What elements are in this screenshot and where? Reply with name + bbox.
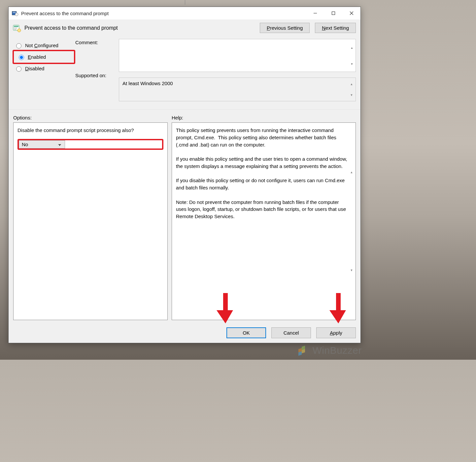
title-bar: Prevent access to the command prompt <box>9 7 360 19</box>
svg-rect-8 <box>14 26 18 27</box>
svg-point-2 <box>15 13 18 16</box>
highlight-enabled: Enabled <box>13 50 75 64</box>
close-button[interactable] <box>342 7 360 19</box>
svg-rect-10 <box>14 29 17 30</box>
previous-setting-button[interactable]: Previous Setting <box>260 23 310 33</box>
comment-input[interactable] <box>119 39 356 72</box>
winbuzzer-logo-icon <box>296 344 310 357</box>
header-section: Prevent access to the command prompt Pre… <box>9 19 360 110</box>
minimize-button[interactable] <box>306 7 324 19</box>
svg-rect-4 <box>332 12 335 15</box>
highlight-dropdown: No <box>17 139 163 150</box>
annotation-arrow-icon <box>217 292 234 325</box>
policy-icon <box>13 24 21 32</box>
help-scrollbar[interactable]: ▲▼ <box>348 123 355 319</box>
annotation-arrow-icon <box>329 292 347 325</box>
policy-editor-window: Prevent access to the command prompt Pre… <box>8 7 361 343</box>
ok-button[interactable]: OK <box>226 327 266 338</box>
window-title: Prevent access to the command prompt <box>21 11 306 16</box>
supported-on-text: At least Windows 2000 <box>122 81 173 86</box>
supported-on-label: Supported on: <box>75 72 116 79</box>
supported-scrollbar[interactable]: ▲▼ <box>348 79 355 100</box>
help-text: This policy setting prevents users from … <box>176 127 348 220</box>
apply-button[interactable]: Apply <box>316 327 356 338</box>
watermark: WinBuzzer <box>296 344 362 357</box>
radio-not-configured[interactable]: Not Configured <box>13 41 75 50</box>
watermark-text: WinBuzzer <box>312 345 362 356</box>
svg-rect-9 <box>14 28 17 28</box>
maximize-button[interactable] <box>324 7 342 19</box>
comment-label: Comment: <box>75 39 116 72</box>
comment-scrollbar[interactable]: ▲▼ <box>349 40 355 72</box>
supported-on-box: At least Windows 2000 ▲▼ <box>119 78 356 101</box>
policy-title: Prevent access to the command prompt <box>24 25 260 31</box>
option-question: Disable the command prompt script proces… <box>17 127 163 134</box>
state-radio-group: Not Configured Enabled Disabled <box>13 39 75 101</box>
radio-enabled[interactable]: Enabled <box>15 52 71 61</box>
help-panel: This policy setting prevents users from … <box>172 122 356 320</box>
svg-point-11 <box>17 29 21 32</box>
next-setting-button[interactable]: Next Setting <box>315 23 356 33</box>
help-section-label: Help: <box>172 115 183 120</box>
cancel-button[interactable]: Cancel <box>271 327 311 338</box>
svg-rect-1 <box>13 12 16 13</box>
options-section-label: Options: <box>13 115 172 120</box>
dialog-footer: OK Cancel Apply <box>9 324 360 343</box>
radio-disabled[interactable]: Disabled <box>13 64 75 73</box>
options-panel: Disable the command prompt script proces… <box>13 122 168 320</box>
policy-editor-icon <box>11 10 18 17</box>
script-processing-dropdown[interactable]: No <box>19 140 65 148</box>
